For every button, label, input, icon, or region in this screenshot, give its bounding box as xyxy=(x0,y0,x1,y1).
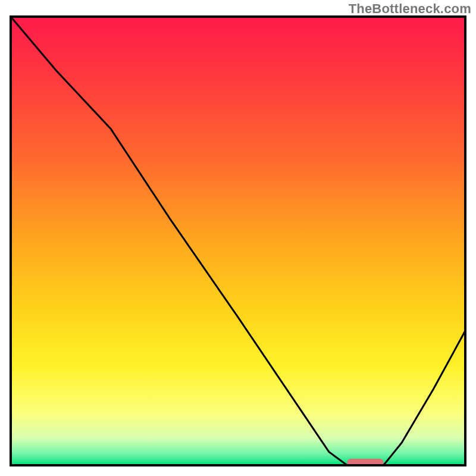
plot-area xyxy=(11,17,465,466)
chart-container: TheBottleneck.com xyxy=(0,0,476,476)
gradient-background xyxy=(11,17,465,465)
watermark-text: TheBottleneck.com xyxy=(349,1,471,17)
bottleneck-chart xyxy=(0,0,476,476)
